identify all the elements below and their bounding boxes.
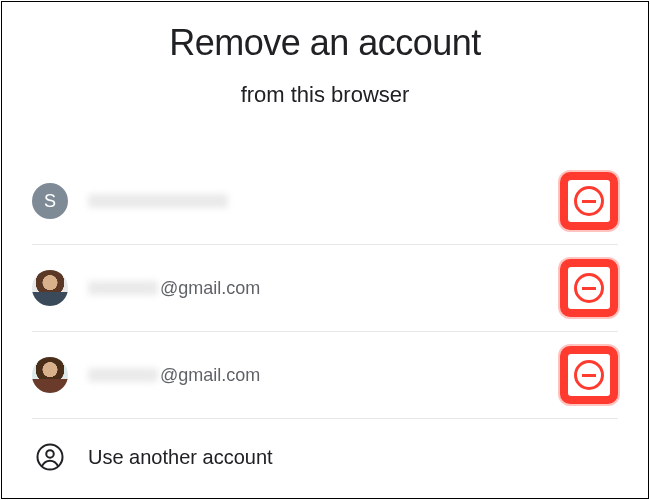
account-info (88, 194, 560, 208)
account-info: @gmail.com (88, 278, 560, 299)
avatar-initial: S (44, 191, 56, 212)
account-row: @gmail.com (32, 245, 618, 332)
dialog-title: Remove an account (2, 22, 648, 64)
remove-button-inner (568, 354, 610, 396)
remove-circle-icon (574, 273, 604, 303)
account-info: @gmail.com (88, 365, 560, 386)
remove-account-dialog: Remove an account from this browser S (1, 1, 649, 499)
avatar-photo (32, 357, 68, 393)
remove-account-button[interactable] (560, 172, 618, 230)
account-email-redacted-prefix (88, 368, 158, 382)
account-list: S @gmail.com (2, 158, 648, 495)
dialog-subtitle: from this browser (2, 82, 648, 108)
remove-button-inner (568, 267, 610, 309)
remove-circle-icon (574, 186, 604, 216)
account-row: S (32, 158, 618, 245)
person-circle-icon (32, 439, 68, 475)
account-email-suffix: @gmail.com (160, 278, 260, 299)
remove-button-inner (568, 180, 610, 222)
svg-point-1 (46, 450, 54, 458)
account-email-suffix: @gmail.com (160, 365, 260, 386)
use-another-account-label: Use another account (88, 446, 273, 469)
use-another-account-row[interactable]: Use another account (32, 419, 618, 495)
avatar-letter: S (32, 183, 68, 219)
account-email-redacted-prefix (88, 281, 158, 295)
remove-account-button[interactable] (560, 346, 618, 404)
account-row: @gmail.com (32, 332, 618, 419)
remove-circle-icon (574, 360, 604, 390)
avatar-photo (32, 270, 68, 306)
account-email-redacted (88, 194, 228, 208)
remove-account-button[interactable] (560, 259, 618, 317)
